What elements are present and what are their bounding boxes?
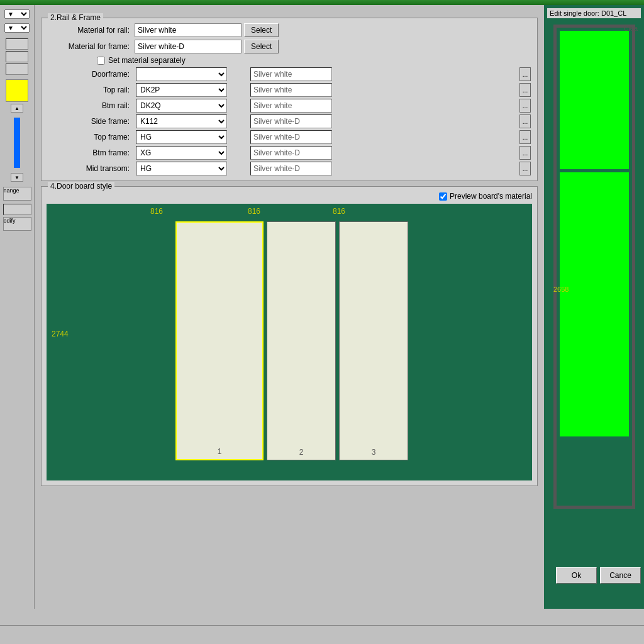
side-frame-dropdown-wrap: K112 bbox=[136, 114, 249, 128]
top-frame-dropdown-wrap: HG bbox=[136, 130, 249, 144]
set-material-checkbox[interactable] bbox=[97, 57, 105, 65]
doorframe-material-input[interactable] bbox=[250, 67, 332, 81]
left-panel: ▼ ▼ ▲ ▼ nange odify bbox=[0, 5, 35, 609]
doorframe-ellipsis-button[interactable]: ... bbox=[519, 67, 531, 81]
scroll-up-button[interactable]: ▲ bbox=[11, 104, 23, 113]
bottom-buttons: Ok Cance bbox=[556, 567, 641, 584]
change-button[interactable]: nange bbox=[3, 187, 31, 201]
left-field-3 bbox=[6, 64, 28, 75]
top-bar bbox=[0, 0, 644, 5]
panel-number-2: 2 bbox=[267, 448, 335, 457]
mid-transom-select[interactable]: HG bbox=[136, 162, 227, 175]
dim-top-3: 816 bbox=[333, 207, 345, 216]
btm-frame-material-input[interactable] bbox=[250, 146, 332, 160]
side-frame-select[interactable]: K112 bbox=[136, 114, 227, 128]
door-board-header: Preview board's material bbox=[47, 192, 532, 201]
preview-label[interactable]: Preview board's material bbox=[439, 192, 532, 201]
btm-rail-select[interactable]: DK2Q bbox=[136, 99, 227, 113]
right-panel: Edit single door: D01_CL 2658 Clea Ok Ca… bbox=[544, 5, 644, 609]
left-blank-btn bbox=[3, 204, 31, 215]
doorframe-select[interactable] bbox=[136, 67, 227, 81]
dim-left: 2744 bbox=[52, 330, 69, 338]
material-rail-select-button[interactable]: Select bbox=[244, 23, 279, 37]
dim-top-2: 816 bbox=[248, 207, 260, 216]
panel-number-3: 3 bbox=[340, 448, 408, 457]
set-material-row: Set material separately bbox=[97, 56, 532, 65]
btm-frame-label: Btm frame: bbox=[47, 148, 135, 157]
material-frame-label: Material for frame: bbox=[47, 42, 135, 51]
btm-rail-material-input[interactable] bbox=[250, 99, 332, 113]
side-frame-material-input[interactable] bbox=[250, 114, 332, 128]
btm-frame-ellipsis-button[interactable]: ... bbox=[519, 146, 531, 160]
door-board-section: 4.Door board style Preview board's mater… bbox=[41, 186, 538, 486]
btm-rail-ellipsis-button[interactable]: ... bbox=[519, 99, 531, 113]
material-frame-select-button[interactable]: Select bbox=[244, 40, 279, 53]
top-frame-label: Top frame: bbox=[47, 133, 135, 142]
rail-frame-grid: Doorframe: ... Top rail: DK2P ... Btm ra… bbox=[47, 67, 532, 175]
preview-checkbox[interactable] bbox=[439, 192, 447, 201]
rail-frame-section: 2.Rail & Frame Material for rail: Select… bbox=[41, 18, 538, 181]
doorframe-label: Doorframe: bbox=[47, 70, 135, 79]
door-frame-outer bbox=[553, 25, 635, 509]
dim-top-1: 816 bbox=[150, 207, 163, 216]
door-panel-2[interactable]: 2 bbox=[267, 221, 336, 460]
material-rail-label: Material for rail: bbox=[47, 26, 135, 35]
right-clear-label: Clea bbox=[623, 25, 638, 32]
btm-frame-select[interactable]: XG bbox=[136, 146, 227, 160]
side-frame-label: Side frame: bbox=[47, 117, 135, 126]
mid-transom-material-input[interactable] bbox=[250, 162, 332, 175]
material-rail-input[interactable] bbox=[135, 23, 242, 37]
green-panel-top bbox=[560, 31, 629, 169]
main-area: 2.Rail & Frame Material for rail: Select… bbox=[35, 5, 544, 609]
scroll-down-button[interactable]: ▼ bbox=[11, 173, 23, 182]
top-rail-ellipsis-button[interactable]: ... bbox=[519, 83, 531, 97]
cancel-button[interactable]: Cance bbox=[600, 567, 641, 584]
top-rail-material-input[interactable] bbox=[250, 83, 332, 97]
door-frame-inner bbox=[557, 28, 632, 506]
material-frame-row: Material for frame: Select bbox=[47, 40, 532, 53]
set-material-label: Set material separately bbox=[108, 56, 186, 65]
ok-button[interactable]: Ok bbox=[556, 567, 597, 584]
material-rail-row: Material for rail: Select bbox=[47, 23, 532, 37]
right-dim-label: 2658 bbox=[553, 286, 569, 293]
panel-number-1: 1 bbox=[177, 447, 262, 456]
doorframe-dropdown-wrap bbox=[136, 67, 249, 81]
modify-button[interactable]: odify bbox=[3, 217, 31, 231]
board-canvas[interactable]: 816 816 816 2744 1 2 3 bbox=[47, 204, 532, 480]
top-frame-ellipsis-button[interactable]: ... bbox=[519, 130, 531, 144]
top-rail-dropdown-wrap: DK2P bbox=[136, 83, 249, 97]
top-frame-material-input[interactable] bbox=[250, 130, 332, 144]
btm-frame-dropdown-wrap: XG bbox=[136, 146, 249, 160]
top-frame-select[interactable]: HG bbox=[136, 130, 227, 144]
left-field-2 bbox=[6, 51, 28, 62]
rail-frame-title: 2.Rail & Frame bbox=[48, 13, 103, 22]
left-dropdown-2[interactable]: ▼ bbox=[4, 23, 30, 33]
btm-rail-dropdown-wrap: DK2Q bbox=[136, 99, 249, 113]
yellow-button[interactable] bbox=[6, 79, 28, 102]
material-frame-input[interactable] bbox=[135, 40, 242, 53]
door-board-title: 4.Door board style bbox=[48, 182, 114, 191]
door-panel-3[interactable]: 3 bbox=[339, 221, 408, 460]
door-panel-1[interactable]: 1 bbox=[175, 221, 264, 460]
bottom-bar bbox=[0, 625, 644, 644]
right-header: Edit single door: D01_CL bbox=[547, 8, 641, 18]
mid-transom-dropdown-wrap: HG bbox=[136, 162, 249, 175]
mid-transom-ellipsis-button[interactable]: ... bbox=[519, 162, 531, 175]
right-door-view: 2658 Clea bbox=[547, 21, 641, 525]
top-rail-select[interactable]: DK2P bbox=[136, 83, 227, 97]
left-dropdown-1[interactable]: ▼ bbox=[4, 9, 30, 19]
side-frame-ellipsis-button[interactable]: ... bbox=[519, 114, 531, 128]
btm-rail-label: Btm rail: bbox=[47, 101, 135, 110]
mid-transom-label: Mid transom: bbox=[47, 164, 135, 173]
top-rail-label: Top rail: bbox=[47, 86, 135, 94]
left-field-1 bbox=[6, 38, 28, 50]
green-panel-bottom bbox=[560, 172, 629, 436]
scrollbar-track bbox=[14, 118, 20, 168]
